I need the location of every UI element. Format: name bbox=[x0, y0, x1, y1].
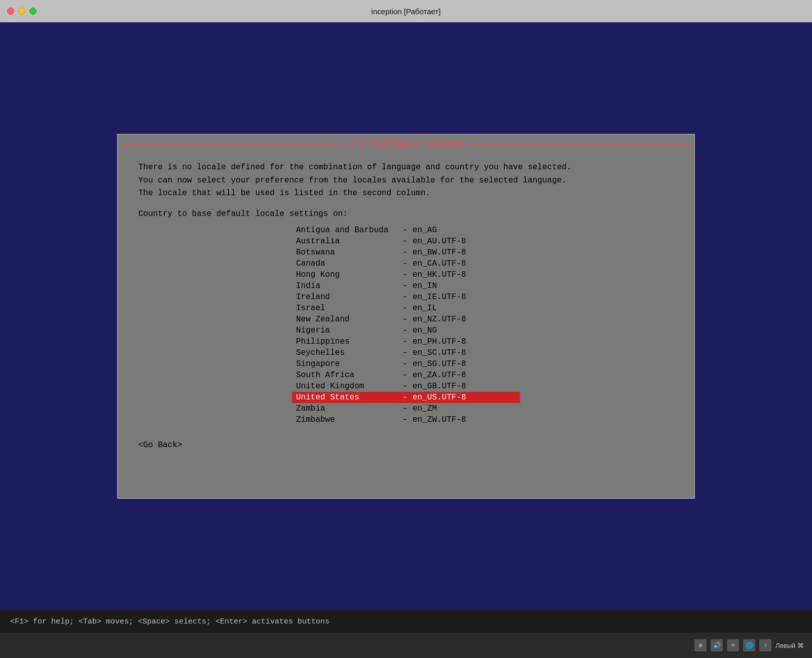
locale-item[interactable]: Canada-en_CA.UTF-8 bbox=[292, 258, 520, 269]
main-area: [!] Configure locales There is no locale… bbox=[0, 22, 812, 610]
maximize-button[interactable] bbox=[29, 8, 36, 15]
locale-item[interactable]: Zimbabwe-en_ZW.UTF-8 bbox=[292, 414, 520, 425]
locale-dash: - bbox=[397, 348, 413, 357]
locale-dash: - bbox=[397, 337, 413, 346]
locale-dash: - bbox=[397, 404, 413, 413]
locale-item[interactable]: United States-en_US.UTF-8 bbox=[292, 392, 520, 403]
title-bar: inception [Работает] bbox=[0, 0, 812, 22]
locale-dash: - bbox=[397, 226, 413, 235]
locale-dash: - bbox=[397, 237, 413, 246]
locale-country: Israel bbox=[296, 304, 397, 313]
title-line-left bbox=[122, 143, 345, 144]
locale-code: en_NG bbox=[413, 326, 516, 335]
locale-country: New Zealand bbox=[296, 315, 397, 324]
locale-item[interactable]: Zambia-en_ZM bbox=[292, 403, 520, 414]
locale-code: en_AU.UTF-8 bbox=[413, 237, 516, 246]
locale-code: en_IE.UTF-8 bbox=[413, 293, 516, 302]
locale-item[interactable]: Seychelles-en_SC.UTF-8 bbox=[292, 347, 520, 358]
info-line1: There is no locale defined for the combi… bbox=[138, 163, 572, 172]
taskbar-icon-3[interactable]: ⌨ bbox=[727, 639, 739, 651]
locale-code: en_HK.UTF-8 bbox=[413, 270, 516, 279]
locale-list: Antigua and Barbuda-en_AGAustralia-en_AU… bbox=[138, 225, 674, 425]
go-back-button[interactable]: <Go Back> bbox=[138, 441, 182, 450]
locale-code: en_CA.UTF-8 bbox=[413, 259, 516, 268]
locale-item[interactable]: Philippines-en_PH.UTF-8 bbox=[292, 336, 520, 347]
locale-dash: - bbox=[397, 415, 413, 424]
locale-country: Zambia bbox=[296, 404, 397, 413]
locale-dash: - bbox=[397, 393, 413, 402]
info-text: There is no locale defined for the combi… bbox=[138, 161, 674, 200]
status-bar: <F1> for help; <Tab> moves; <Space> sele… bbox=[0, 610, 812, 633]
locale-country: Antigua and Barbuda bbox=[296, 226, 397, 235]
locale-country: Singapore bbox=[296, 359, 397, 369]
locale-item[interactable]: India-en_IN bbox=[292, 280, 520, 291]
locale-dash: - bbox=[397, 304, 413, 313]
locale-country: United Kingdom bbox=[296, 382, 397, 391]
locale-code: en_ZM bbox=[413, 404, 516, 413]
locale-item[interactable]: Australia-en_AU.UTF-8 bbox=[292, 236, 520, 247]
dialog-title-row: [!] Configure locales bbox=[118, 135, 694, 153]
locale-item[interactable]: Israel-en_IL bbox=[292, 303, 520, 314]
locale-country: India bbox=[296, 281, 397, 290]
status-text: <F1> for help; <Tab> moves; <Space> sele… bbox=[10, 617, 329, 626]
locale-item[interactable]: New Zealand-en_NZ.UTF-8 bbox=[292, 314, 520, 325]
locale-country: Ireland bbox=[296, 293, 397, 302]
traffic-lights bbox=[7, 8, 36, 15]
locale-dash: - bbox=[397, 359, 413, 369]
locale-dash: - bbox=[397, 270, 413, 279]
close-button[interactable] bbox=[7, 8, 14, 15]
locale-code: en_SC.UTF-8 bbox=[413, 348, 516, 357]
minimize-button[interactable] bbox=[18, 8, 25, 15]
locale-country: Canada bbox=[296, 259, 397, 268]
locale-code: en_ZW.UTF-8 bbox=[413, 415, 516, 424]
info-line3: The locale that will be used is listed i… bbox=[138, 189, 430, 198]
info-line2: You can now select your preference from … bbox=[138, 176, 567, 185]
locale-code: en_IL bbox=[413, 304, 516, 313]
locale-dash: - bbox=[397, 326, 413, 335]
locale-dash: - bbox=[397, 315, 413, 324]
locale-item[interactable]: Ireland-en_IE.UTF-8 bbox=[292, 291, 520, 303]
taskbar: ⚙ 🔊 ⌨ 🌐 ↓ Левый ⌘ bbox=[0, 633, 812, 658]
title-line-right bbox=[467, 143, 690, 144]
taskbar-icon-2[interactable]: 🔊 bbox=[711, 639, 723, 651]
locale-item[interactable]: South Africa-en_ZA.UTF-8 bbox=[292, 370, 520, 381]
taskbar-label: Левый ⌘ bbox=[776, 642, 804, 649]
locale-code: en_ZA.UTF-8 bbox=[413, 371, 516, 380]
locale-country: South Africa bbox=[296, 371, 397, 380]
go-back-row: <Go Back> bbox=[138, 441, 674, 450]
taskbar-icon-5[interactable]: ↓ bbox=[759, 639, 771, 651]
locale-item[interactable]: Botswana-en_BW.UTF-8 bbox=[292, 247, 520, 258]
locale-dash: - bbox=[397, 382, 413, 391]
locale-country: Botswana bbox=[296, 248, 397, 257]
locale-code: en_AG bbox=[413, 226, 516, 235]
locale-country: Nigeria bbox=[296, 326, 397, 335]
locale-dash: - bbox=[397, 248, 413, 257]
locale-country: Australia bbox=[296, 237, 397, 246]
locale-country: Seychelles bbox=[296, 348, 397, 357]
dialog-title: [!] Configure locales bbox=[349, 139, 464, 149]
locale-item[interactable]: Hong Kong-en_HK.UTF-8 bbox=[292, 269, 520, 280]
locale-code: en_GB.UTF-8 bbox=[413, 382, 516, 391]
taskbar-icon-1[interactable]: ⚙ bbox=[694, 639, 707, 651]
locale-item[interactable]: Singapore-en_SG.UTF-8 bbox=[292, 358, 520, 370]
locale-dash: - bbox=[397, 281, 413, 290]
locale-item[interactable]: United Kingdom-en_GB.UTF-8 bbox=[292, 381, 520, 392]
locale-dash: - bbox=[397, 371, 413, 380]
country-label: Country to base default locale settings … bbox=[138, 209, 674, 218]
locale-dash: - bbox=[397, 293, 413, 302]
locale-code: en_PH.UTF-8 bbox=[413, 337, 516, 346]
locale-item[interactable]: Antigua and Barbuda-en_AG bbox=[292, 225, 520, 236]
locale-country: Zimbabwe bbox=[296, 415, 397, 424]
locale-country: Hong Kong bbox=[296, 270, 397, 279]
locale-dash: - bbox=[397, 259, 413, 268]
window-title: inception [Работает] bbox=[372, 7, 441, 16]
locale-code: en_BW.UTF-8 bbox=[413, 248, 516, 257]
taskbar-icon-4[interactable]: 🌐 bbox=[743, 639, 755, 651]
locale-code: en_US.UTF-8 bbox=[413, 393, 516, 402]
locale-item[interactable]: Nigeria-en_NG bbox=[292, 325, 520, 336]
locale-country: Philippines bbox=[296, 337, 397, 346]
locale-code: en_SG.UTF-8 bbox=[413, 359, 516, 369]
locale-code: en_IN bbox=[413, 281, 516, 290]
locale-code: en_NZ.UTF-8 bbox=[413, 315, 516, 324]
locale-country: United States bbox=[296, 393, 397, 402]
